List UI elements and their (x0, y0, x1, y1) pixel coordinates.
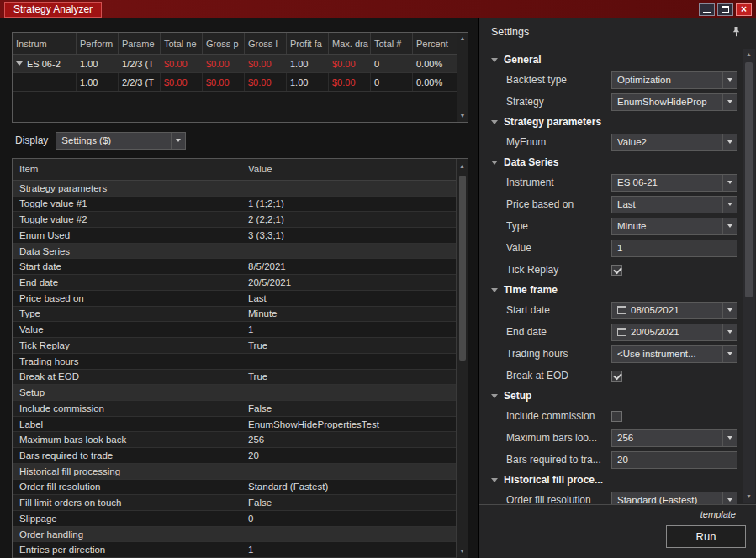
column-header-item[interactable]: Item (13, 159, 241, 180)
column-header-total-net[interactable]: Total ne (161, 33, 203, 54)
results-scrollbar[interactable]: ▲ ▼ (457, 33, 468, 122)
results-row[interactable]: 1.00 2/2/3 (T $0.00 $0.00 $0.00 1.00 $0.… (13, 73, 468, 92)
chevron-down-icon (727, 181, 732, 184)
details-row[interactable]: Fill limit orders on touch False (13, 495, 468, 511)
close-button[interactable]: × (736, 3, 752, 16)
details-section-row[interactable]: Historical fill processing (13, 464, 468, 480)
scroll-down-icon[interactable]: ▼ (460, 112, 466, 120)
details-row[interactable]: Toggle value #2 2 (2;2;1) (13, 212, 468, 228)
minimize-button[interactable] (699, 3, 715, 16)
settings-scrollbar[interactable]: ▲ ▼ (743, 49, 755, 503)
section-expander-icon (491, 478, 498, 482)
display-dropdown[interactable]: Settings ($) (56, 132, 186, 150)
section-time-frame[interactable]: Time frame (491, 281, 737, 299)
column-header-percent-profitable[interactable]: Percent (413, 33, 457, 54)
maximize-button[interactable] (717, 3, 733, 16)
section-setup[interactable]: Setup (491, 387, 737, 405)
details-section-row[interactable]: Strategy parameters (13, 181, 468, 197)
scroll-up-icon[interactable]: ▲ (460, 34, 466, 43)
section-general[interactable]: General (491, 50, 737, 69)
details-section-row[interactable]: Setup (13, 385, 468, 401)
column-header-performance[interactable]: Perform (77, 33, 119, 54)
column-header-gross-loss[interactable]: Gross l (245, 33, 287, 54)
details-row[interactable]: Maximum bars look back 256 (13, 432, 468, 448)
details-row[interactable]: Bars required to trade 20 (13, 448, 468, 464)
result-cell: $0.00 (245, 55, 287, 72)
detail-item: Order handling (13, 527, 241, 542)
myenum-dropdown[interactable]: Value2 (611, 134, 737, 151)
chevron-down-icon (727, 78, 732, 82)
detail-item: Value (13, 322, 241, 337)
column-header-value[interactable]: Value (241, 159, 456, 180)
details-row[interactable]: Include commission False (13, 401, 468, 417)
setting-row: Bars required to tra... 20 (491, 449, 737, 471)
details-row[interactable]: Start date 8/5/2021 (13, 259, 468, 275)
order-fill-resolution-dropdown[interactable]: Standard (Fastest) (611, 492, 737, 505)
type-dropdown[interactable]: Minute (611, 218, 737, 235)
details-row[interactable]: Break at EOD True (13, 370, 468, 386)
end-date-picker[interactable]: 20/05/2021 (611, 324, 737, 341)
details-row[interactable]: Order fill resolution Standard (Fastest) (13, 480, 468, 496)
scroll-up-icon[interactable]: ▲ (459, 162, 465, 171)
detail-item: Break at EOD (13, 370, 241, 385)
detail-value: False (241, 495, 456, 510)
run-button[interactable]: Run (666, 525, 746, 548)
column-header-parameters[interactable]: Parame (119, 33, 161, 54)
results-row[interactable]: ES 06-2 1.00 1/2/3 (T $0.00 $0.00 $0.00 … (13, 55, 468, 73)
details-row[interactable]: Entries per direction 1 (13, 542, 468, 558)
details-row[interactable]: Enum Used 3 (3;3;1) (13, 228, 468, 244)
column-header-total-trades[interactable]: Total # (371, 33, 413, 54)
strategy-analyzer-window: Strategy Analyzer × Instrum Perform Para… (0, 0, 756, 558)
column-header-max-drawdown[interactable]: Max. dra (329, 33, 371, 54)
details-row[interactable]: Slippage 0 (13, 511, 468, 527)
detail-value: 20 (241, 448, 456, 463)
details-row[interactable]: Value 1 (13, 322, 468, 338)
titlebar: Strategy Analyzer × (0, 0, 756, 18)
details-row[interactable]: Tick Replay True (13, 338, 468, 354)
scroll-down-icon[interactable]: ▼ (459, 547, 465, 555)
column-header-instrument[interactable]: Instrum (13, 33, 77, 54)
column-header-profit-factor[interactable]: Profit fa (287, 33, 329, 54)
include-commission-checkbox[interactable] (611, 411, 622, 422)
strategy-dropdown[interactable]: EnumShowHideProp (611, 93, 737, 111)
instrument-dropdown[interactable]: ES 06-21 (611, 174, 737, 192)
break-at-eod-checkbox[interactable] (611, 371, 622, 382)
details-row[interactable]: Toggle value #1 1 (1;2;1) (13, 197, 468, 213)
details-row[interactable]: Price based on Last (13, 291, 468, 307)
section-data-series[interactable]: Data Series (491, 153, 737, 171)
trading-hours-dropdown[interactable]: <Use instrument... (611, 345, 737, 363)
section-historical-fill[interactable]: Historical fill proce... (491, 471, 737, 489)
close-icon: × (741, 4, 747, 14)
maximum-bars-dropdown[interactable]: 256 (611, 429, 737, 447)
details-row[interactable]: End date 20/5/2021 (13, 275, 468, 291)
detail-value: 256 (241, 432, 456, 447)
details-scrollbar[interactable]: ▲ ▼ (456, 159, 468, 558)
chevron-down-icon (727, 224, 732, 228)
details-row[interactable]: Label EnumShowHidePropertiesTest (13, 417, 468, 433)
display-dropdown-value: Settings ($) (61, 135, 171, 145)
details-section-row[interactable]: Data Series (13, 244, 468, 260)
start-date-picker[interactable]: 08/05/2021 (611, 302, 737, 319)
tick-replay-checkbox[interactable] (611, 265, 622, 276)
scrollbar-thumb[interactable] (459, 176, 466, 361)
minimize-icon (703, 12, 711, 13)
result-cell: 1.00 (77, 73, 119, 91)
section-strategy-parameters[interactable]: Strategy parameters (491, 113, 737, 131)
row-expander-icon[interactable] (16, 61, 23, 66)
detail-value (241, 354, 456, 369)
template-link[interactable]: template (700, 509, 736, 519)
scroll-down-icon[interactable]: ▼ (746, 492, 752, 501)
column-header-gross-profit[interactable]: Gross p (203, 33, 245, 54)
pin-icon[interactable] (732, 26, 741, 37)
scrollbar-thumb[interactable] (745, 62, 753, 297)
details-header-row: Item Value (13, 159, 468, 181)
backtest-type-dropdown[interactable]: Optimization (611, 71, 737, 89)
details-row[interactable]: Type Minute (13, 307, 468, 323)
details-row[interactable]: Trading hours (13, 354, 468, 370)
price-based-on-dropdown[interactable]: Last (611, 196, 737, 213)
scroll-up-icon[interactable]: ▲ (746, 50, 752, 59)
value-input[interactable]: 1 (611, 240, 737, 257)
bars-required-input[interactable]: 20 (611, 451, 737, 469)
details-section-row[interactable]: Order handling (13, 527, 468, 543)
detail-item: Trading hours (13, 354, 241, 369)
